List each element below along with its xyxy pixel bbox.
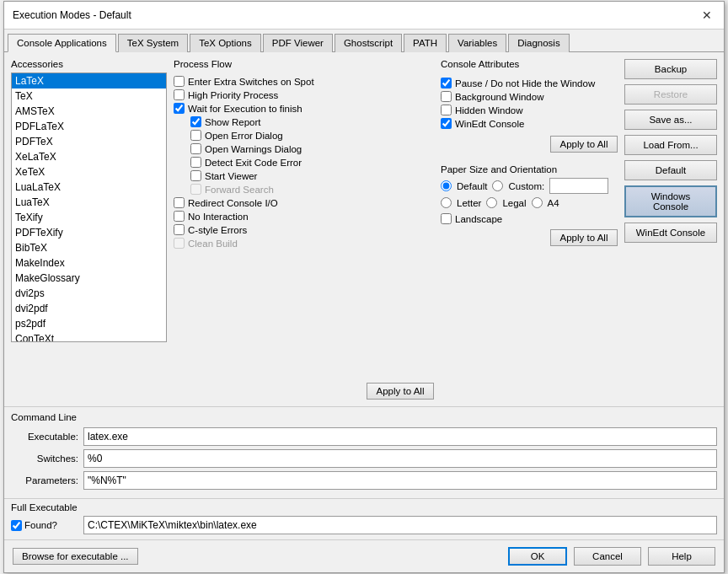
tab-diagnosis[interactable]: Diagnosis	[508, 34, 570, 52]
close-button[interactable]: ✕	[699, 7, 715, 24]
process-flow-label: C-style Errors	[188, 225, 247, 235]
accessories-item[interactable]: dvi2ps	[12, 286, 166, 301]
tab-ghostscript[interactable]: Ghostscript	[335, 34, 402, 52]
process-flow-item: Start Viewer	[190, 170, 434, 181]
tab-tex-options[interactable]: TeX Options	[190, 34, 261, 52]
found-checkbox[interactable]	[11, 520, 22, 531]
console-attr-checkbox[interactable]	[441, 91, 452, 102]
console-attr-label: Hidden Window	[455, 105, 523, 115]
accessories-item[interactable]: AMSTeX	[12, 104, 166, 119]
tab-bar: Console Applications TeX System TeX Opti…	[4, 30, 724, 52]
process-flow-item: Detect Exit Code Error	[190, 157, 434, 168]
full-executable-section: Full Executable Found?	[4, 498, 724, 539]
process-flow-apply-button[interactable]: Apply to All	[367, 383, 434, 400]
process-flow-label: No Interaction	[188, 212, 249, 222]
process-flow-label: Enter Extra Switches on Spot	[188, 77, 314, 87]
action-button-winedt-console[interactable]: WinEdt Console	[624, 223, 717, 243]
console-attrs-apply-button[interactable]: Apply to All	[550, 136, 618, 153]
accessories-item[interactable]: MakeGlossary	[12, 271, 166, 286]
ok-button[interactable]: OK	[508, 547, 567, 566]
process-flow-checkbox[interactable]	[190, 157, 201, 168]
process-flow-checkboxes: Enter Extra Switches on SpotHigh Priorit…	[174, 76, 434, 249]
action-button-save-as...[interactable]: Save as...	[624, 110, 717, 130]
content-area: Accessories LaTeXTeXAMSTeXPDFLaTeXPDFTeX…	[4, 52, 724, 406]
switches-input[interactable]	[83, 449, 717, 468]
full-executable-row: Found?	[11, 516, 717, 534]
paper-size-default-label: Default	[457, 181, 487, 191]
paper-size-letter-row: Letter Legal A4	[441, 197, 618, 208]
console-attrs-title: Console Attributes	[441, 59, 618, 69]
console-attr-checkbox[interactable]	[441, 78, 452, 89]
process-flow-item: C-style Errors	[174, 224, 434, 235]
action-button-windows-console[interactable]: Windows Console	[624, 185, 717, 217]
accessories-item[interactable]: PDFTeX	[12, 134, 166, 149]
console-attr-label: Background Window	[455, 92, 543, 102]
executable-label: Executable:	[11, 432, 78, 442]
parameters-input[interactable]	[83, 471, 717, 490]
process-flow-label: Start Viewer	[205, 171, 257, 181]
command-line-section: Command Line Executable: Switches: Param…	[4, 406, 724, 498]
paper-size-apply-button[interactable]: Apply to All	[550, 229, 618, 246]
cancel-button[interactable]: Cancel	[574, 547, 641, 566]
accessories-item[interactable]: MakeIndex	[12, 255, 166, 271]
paper-size-custom-radio[interactable]	[492, 180, 503, 191]
process-flow-checkbox[interactable]	[190, 143, 201, 154]
paper-size-custom-input[interactable]	[549, 178, 608, 194]
process-flow-checkbox[interactable]	[174, 76, 185, 87]
console-attr-checkbox[interactable]	[441, 105, 452, 115]
action-button-load-from...[interactable]: Load From...	[624, 135, 717, 155]
paper-size-letter-radio[interactable]	[441, 197, 452, 208]
process-flow-checkbox[interactable]	[174, 89, 185, 100]
paper-size-title: Paper Size and Orientation	[441, 164, 618, 174]
process-flow-checkbox[interactable]	[174, 103, 185, 114]
full-executable-title: Full Executable	[11, 502, 717, 512]
full-path-input[interactable]	[83, 516, 717, 534]
action-button-restore[interactable]: Restore	[624, 84, 717, 105]
accessories-item[interactable]: TeX	[12, 89, 166, 104]
tab-pdf-viewer[interactable]: PDF Viewer	[263, 34, 333, 52]
accessories-item[interactable]: LuaTeX	[12, 195, 166, 210]
paper-size-legal-radio[interactable]	[486, 197, 497, 208]
accessories-item[interactable]: ConTeXt	[12, 331, 166, 342]
paper-size-a4-radio[interactable]	[532, 197, 543, 208]
console-attr-checkbox[interactable]	[441, 118, 452, 129]
process-flow-item: High Priority Process	[174, 89, 434, 100]
accessories-item[interactable]: XeTeX	[12, 164, 166, 180]
process-flow-checkbox[interactable]	[174, 224, 185, 235]
process-flow-title: Process Flow	[174, 59, 434, 69]
help-button[interactable]: Help	[648, 547, 715, 566]
process-flow-checkbox[interactable]	[174, 197, 185, 208]
tab-tex-system[interactable]: TeX System	[118, 34, 188, 52]
landscape-row: Landscape	[441, 213, 618, 224]
accessories-item[interactable]: ps2pdf	[12, 316, 166, 331]
executable-input[interactable]	[83, 427, 717, 446]
process-flow-checkbox[interactable]	[190, 116, 201, 127]
process-flow-checkbox[interactable]	[174, 211, 185, 222]
tab-path[interactable]: PATH	[404, 34, 447, 52]
accessories-item[interactable]: TeXify	[12, 210, 166, 225]
accessories-listbox[interactable]: LaTeXTeXAMSTeXPDFLaTeXPDFTeXXeLaTeXXeTeX…	[11, 72, 167, 342]
accessories-item[interactable]: XeLaTeX	[12, 149, 166, 164]
process-flow-checkbox[interactable]	[190, 170, 201, 181]
console-attr-label: WinEdt Console	[455, 119, 524, 129]
action-button-default[interactable]: Default	[624, 160, 717, 180]
paper-size-default-radio[interactable]	[441, 180, 452, 191]
parameters-label: Parameters:	[11, 475, 78, 485]
browse-executable-button[interactable]: Browse for executable ...	[13, 548, 138, 565]
landscape-checkbox[interactable]	[441, 213, 452, 224]
action-buttons-panel: BackupRestoreSave as...Load From...Defau…	[624, 59, 717, 400]
accessories-item[interactable]: BibTeX	[12, 240, 166, 255]
accessories-item[interactable]: dvi2pdf	[12, 301, 166, 316]
accessories-item[interactable]: PDFTeXify	[12, 225, 166, 240]
bottom-right-buttons: OK Cancel Help	[508, 547, 715, 566]
action-button-backup[interactable]: Backup	[624, 59, 717, 79]
process-flow-item: Enter Extra Switches on Spot	[174, 76, 434, 87]
accessories-item[interactable]: LuaLaTeX	[12, 180, 166, 195]
accessories-item[interactable]: PDFLaTeX	[12, 119, 166, 134]
tab-console-applications[interactable]: Console Applications	[8, 34, 116, 52]
process-flow-checkbox[interactable]	[190, 130, 201, 141]
parameters-row: Parameters:	[11, 471, 717, 490]
console-attrs-checkboxes: Pause / Do not Hide the WindowBackground…	[441, 78, 618, 129]
accessories-item[interactable]: LaTeX	[12, 73, 166, 89]
tab-variables[interactable]: Variables	[448, 34, 506, 52]
